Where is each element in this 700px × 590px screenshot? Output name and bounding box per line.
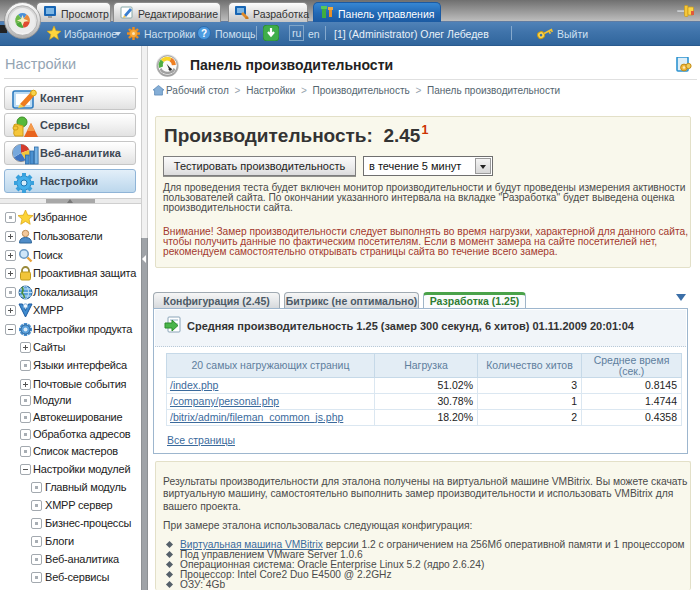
svg-text:?: ? <box>201 28 207 39</box>
